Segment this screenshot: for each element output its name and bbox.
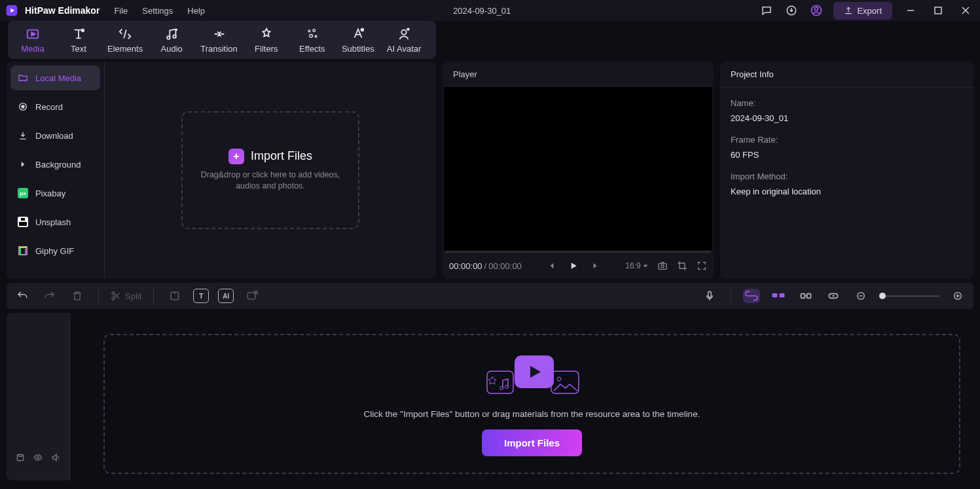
menu-bar: File Settings Help (114, 6, 205, 16)
prev-frame-button[interactable] (547, 261, 556, 271)
svg-marker-35 (572, 263, 577, 268)
snap-toggle[interactable] (743, 289, 760, 303)
timeline-toolbar: Split T AI (7, 283, 973, 309)
delete-button[interactable] (68, 287, 86, 305)
timeline-body[interactable]: Click the "Import Files" button or drag … (69, 313, 973, 480)
svg-point-54 (37, 456, 39, 459)
tab-filters[interactable]: Filters (249, 27, 283, 54)
download-arrow-icon (17, 130, 29, 141)
download-icon[interactable] (784, 3, 799, 18)
timeline-dropzone[interactable]: Click the "Import Files" button or drag … (103, 334, 960, 474)
menu-help[interactable]: Help (187, 6, 205, 16)
redo-button[interactable] (41, 287, 59, 305)
aspect-ratio-select[interactable]: 16:9 (625, 261, 648, 270)
sidebar-item-background[interactable]: Background (10, 152, 100, 177)
ripple-button[interactable] (797, 287, 815, 305)
sidebar-item-download[interactable]: Download (10, 123, 100, 148)
tab-effects[interactable]: Effects (295, 27, 329, 54)
app-name: HitPaw Edimakor (25, 5, 100, 16)
undo-button[interactable] (13, 287, 31, 305)
svg-point-18 (315, 35, 317, 37)
svg-point-16 (313, 29, 316, 31)
info-name-value: 2024-09-30_01 (731, 113, 963, 123)
tab-audio[interactable]: Audio (154, 27, 189, 54)
import-dropzone[interactable]: + Import Files Drag&drop or click here t… (181, 111, 359, 229)
tab-media[interactable]: Media (16, 27, 50, 54)
tab-elements[interactable]: Elements (107, 27, 143, 54)
svg-point-23 (22, 105, 24, 108)
zoom-in-button[interactable] (949, 287, 967, 305)
split-button[interactable]: Split (111, 291, 141, 301)
app-logo-icon (5, 4, 18, 17)
tab-ai-avatar[interactable]: AI Avatar (387, 27, 422, 54)
time-current: 00:00:00 (449, 261, 482, 271)
player-panel: Player 00:00:00 / 00:00:00 16:9 (443, 62, 714, 279)
account-icon[interactable] (808, 3, 824, 18)
svg-rect-46 (772, 293, 778, 297)
window-minimize-icon[interactable] (901, 1, 920, 20)
svg-point-39 (661, 265, 664, 268)
track-visibility-icon[interactable] (33, 453, 43, 462)
svg-rect-60 (551, 371, 579, 393)
player-canvas[interactable] (444, 87, 712, 251)
sidebar-item-local-media[interactable]: Local Media (10, 65, 100, 90)
folder-icon (17, 72, 29, 84)
zoom-slider[interactable] (879, 295, 939, 297)
sidebar-item-unsplash[interactable]: Unsplash (10, 209, 100, 234)
track-mute-icon[interactable] (51, 453, 60, 462)
svg-point-21 (407, 28, 409, 30)
fullscreen-button[interactable] (697, 261, 707, 271)
ai-tool-button[interactable]: AI (218, 289, 234, 303)
svg-rect-45 (708, 291, 712, 297)
svg-point-4 (815, 7, 818, 10)
info-name-label: Name: (731, 98, 963, 108)
voiceover-button[interactable] (700, 287, 719, 305)
window-close-icon[interactable] (956, 1, 975, 20)
menu-settings[interactable]: Settings (142, 6, 173, 16)
track-head (7, 313, 69, 480)
svg-text:px: px (20, 190, 26, 196)
window-maximize-icon[interactable] (929, 1, 947, 20)
add-clip-button[interactable] (243, 287, 261, 305)
project-title: 2024-09-30_01 (205, 6, 759, 16)
tab-text[interactable]: Text (62, 27, 96, 54)
track-save-icon[interactable] (16, 453, 25, 462)
feedback-icon[interactable] (759, 3, 774, 18)
crop-button[interactable] (677, 261, 687, 271)
export-button[interactable]: Export (833, 2, 892, 20)
timeline-import-button[interactable]: Import Files (482, 429, 582, 456)
info-import-value: Keep in original location (731, 187, 963, 196)
play-button[interactable] (568, 261, 579, 271)
svg-marker-10 (31, 32, 35, 36)
svg-rect-38 (659, 264, 666, 270)
svg-rect-28 (21, 218, 25, 221)
menu-file[interactable]: File (114, 6, 128, 16)
marker-button[interactable] (166, 287, 184, 305)
next-frame-button[interactable] (590, 261, 600, 271)
link-button[interactable] (824, 287, 843, 305)
unsplash-icon (17, 216, 29, 228)
svg-rect-47 (780, 293, 785, 297)
snapshot-button[interactable] (657, 261, 668, 271)
svg-point-20 (401, 29, 406, 34)
media-panel: Local Media Record Download Background p… (7, 62, 436, 279)
svg-rect-29 (19, 222, 27, 226)
timeline-area: Click the "Import Files" button or drag … (7, 313, 973, 480)
import-title: Import Files (251, 149, 312, 163)
tab-transition[interactable]: Transition (200, 27, 238, 54)
export-label: Export (857, 6, 882, 16)
info-framerate-label: Frame Rate: (731, 135, 963, 145)
zoom-out-button[interactable] (852, 287, 870, 305)
svg-point-19 (361, 28, 363, 31)
timeline-media-icon (483, 352, 581, 399)
svg-rect-6 (935, 7, 941, 14)
text-tool-button[interactable]: T (193, 289, 209, 303)
magnet-button[interactable] (769, 287, 788, 305)
timeline-hint: Click the "Import Files" button or drag … (364, 409, 700, 419)
svg-point-13 (173, 35, 176, 38)
svg-rect-53 (17, 454, 23, 460)
tab-subtitles[interactable]: Subtitles (341, 27, 375, 54)
sidebar-item-record[interactable]: Record (10, 94, 100, 119)
sidebar-item-giphy[interactable]: Giphy GIF (10, 238, 100, 263)
sidebar-item-pixabay[interactable]: px Pixabay (10, 181, 100, 206)
